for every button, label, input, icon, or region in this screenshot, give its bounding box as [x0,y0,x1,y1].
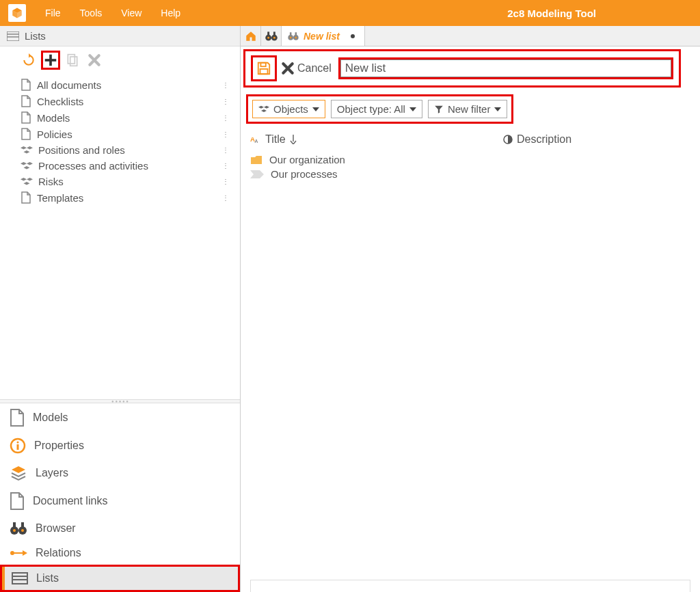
browser-tab-button[interactable] [261,26,282,46]
category-list: All documents ⋮ Checklists ⋮ Models ⋮ Po… [0,74,240,214]
svg-rect-33 [260,63,265,67]
column-label: Title [265,133,286,146]
svg-point-14 [13,529,16,532]
arrow-tag-icon [250,170,264,178]
save-button-highlight [251,55,277,81]
tab-label: New list [304,31,340,42]
category-risks[interactable]: Risks ⋮ [4,174,236,189]
document-icon [21,191,31,204]
category-label: All documents [37,79,101,91]
main-area: Lists All documents ⋮ C [0,26,700,592]
nav-lists[interactable]: Lists [0,565,240,592]
svg-rect-29 [290,32,292,36]
svg-rect-0 [7,31,19,41]
result-label: Our organization [269,154,345,165]
nav-document-links[interactable]: Document links [0,487,240,515]
dropdown-label: Object type: All [337,103,405,115]
menu-view[interactable]: View [121,8,142,18]
add-button[interactable] [41,51,60,70]
filters-area: Objects Object type: All New filter [246,94,695,124]
delete-button[interactable] [85,51,104,70]
category-label: Policies [37,129,72,140]
nav-models[interactable]: Models [0,403,240,432]
column-title[interactable]: AA Title [250,133,503,146]
category-label: Risks [38,176,64,187]
menu-tools[interactable]: Tools [80,8,103,18]
category-all-documents[interactable]: All documents ⋮ [4,77,236,93]
object-type-dropdown[interactable]: Object type: All [331,100,422,118]
svg-point-25 [267,36,269,38]
chevron-down-icon [409,107,416,111]
binoculars-icon [265,31,278,42]
nav-layers[interactable]: Layers [0,459,240,487]
cancel-label: Cancel [297,62,332,75]
info-icon [10,438,26,454]
drag-handle-icon: ⋮ [222,81,229,88]
category-label: Processes and activities [38,160,148,172]
bottom-nav: Models Properties Layers Document links … [0,403,240,592]
svg-rect-23 [267,31,269,36]
svg-point-26 [273,36,275,38]
document-icon [21,128,31,140]
left-panel-title: Lists [25,30,46,42]
save-button[interactable] [254,59,273,78]
drag-handle-icon: ⋮ [222,178,229,185]
nav-label: Document links [33,495,107,507]
close-x-icon [88,53,101,67]
result-row-organization[interactable]: Our organization [250,152,690,167]
nav-label: Browser [36,522,76,535]
nav-relations[interactable]: Relations [0,541,240,565]
menu-help[interactable]: Help [161,8,180,18]
refresh-button[interactable] [19,51,38,70]
relations-icon [10,548,27,558]
drag-handle-icon: ⋮ [222,98,229,105]
tabs-row: New list [241,26,700,46]
result-row-processes[interactable]: Our processes [250,167,690,181]
svg-point-15 [21,529,24,532]
list-icon [7,31,19,41]
top-menubar: File Tools View Help 2c8 Modeling Tool [0,0,700,26]
cancel-button[interactable]: Cancel [281,62,332,75]
category-models[interactable]: Models ⋮ [4,109,236,126]
column-headers: AA Title Description [241,124,700,150]
new-filter-dropdown[interactable]: New filter [428,100,508,118]
category-label: Checklists [37,96,83,107]
empty-space [241,184,700,573]
home-tab-button[interactable] [241,26,261,46]
cubes-icon [258,105,269,114]
copy-button[interactable] [63,51,82,70]
tab-new-list[interactable]: New list [282,26,365,46]
result-label: Our processes [271,168,338,180]
nav-properties[interactable]: Properties [0,432,240,459]
objects-dropdown[interactable]: Objects [252,100,325,118]
document-icon [10,409,25,427]
svg-point-16 [10,551,14,555]
nav-browser[interactable]: Browser [0,515,240,541]
category-policies[interactable]: Policies ⋮ [4,126,236,142]
category-checklists[interactable]: Checklists ⋮ [4,93,236,109]
home-icon [245,30,257,42]
close-x-icon [281,62,295,75]
category-label: Models [37,112,70,124]
copy-icon [66,53,79,67]
column-description[interactable]: Description [503,133,571,146]
cube-logo-icon [11,7,23,19]
dropdown-label: Objects [273,103,308,115]
chevron-down-icon [494,107,501,111]
drag-handle-icon: ⋮ [222,194,229,201]
app-logo [8,4,26,22]
svg-rect-9 [17,444,19,450]
category-templates[interactable]: Templates ⋮ [4,189,236,206]
svg-point-31 [290,36,292,38]
svg-rect-4 [45,59,57,62]
nav-label: Properties [34,440,84,452]
right-panel: New list Cancel Objects [241,26,700,592]
category-label: Positions and roles [38,144,125,156]
binoculars-icon [287,31,299,41]
menu-file[interactable]: File [45,8,61,18]
category-processes-activities[interactable]: Processes and activities ⋮ [4,158,236,174]
category-positions-roles[interactable]: Positions and roles ⋮ [4,142,236,158]
list-title-input[interactable] [340,59,671,77]
filters-highlight: Objects Object type: All New filter [246,94,513,124]
text-sort-icon: AA [250,135,261,144]
